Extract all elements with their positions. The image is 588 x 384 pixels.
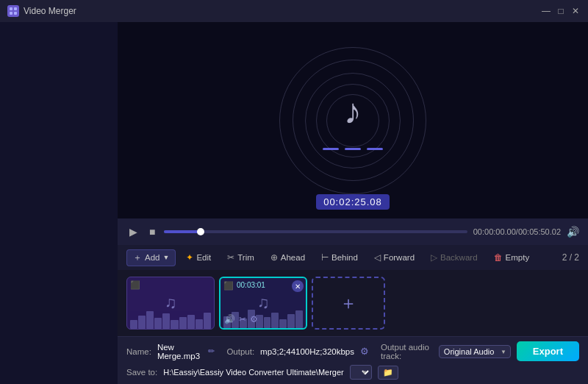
progress-bar[interactable] [164,230,467,233]
behind-label: Behind [331,253,358,262]
svg-rect-2 [10,12,12,15]
bottom-row-2: Save to: H:\Eassiy\Eassiy Video Converte… [126,365,579,380]
backward-button[interactable]: ▷ Backward [425,250,484,265]
folder-button[interactable]: 📁 [378,366,398,380]
ahead-button[interactable]: ⊕ Ahead [265,250,311,265]
progress-thumb [197,228,204,235]
close-button[interactable]: ✕ [570,6,581,16]
dash-1 [323,148,339,150]
left-sidebar [0,22,118,384]
backward-label: Backward [440,253,478,262]
clip-area: ⬛ ♫ ⬛ 00:03:01 ✕ [118,270,588,336]
time-overlay: 00:02:25.08 [316,194,390,210]
output-label: Output: [226,347,254,356]
backward-icon: ▷ [431,252,437,263]
svg-rect-3 [14,12,17,15]
volume-icon[interactable]: 🔊 [567,226,579,238]
app-icon [7,5,19,17]
film-icon-1: ⬛ [130,280,140,290]
bottom-row-1: Name: New Merge.mp3 ✏ Output: mp3;2;4410… [126,341,579,361]
title-bar: Video Merger — □ ✕ [0,0,588,22]
add-label: Add [145,253,159,262]
trash-icon: 🗑 [494,253,503,262]
empty-button[interactable]: 🗑 Empty [488,251,536,264]
video-section: ♪ 00:02:25.08 ▶ ■ 00:00:00.00/00:05:50.0… [118,22,588,384]
clip-item-2[interactable]: ⬛ 00:03:01 ✕ ♫ 🔊 ✂ ⚙ [219,277,307,330]
behind-icon: ⊢ [321,252,329,263]
clip-item-1[interactable]: ⬛ ♫ [126,277,215,330]
minimize-button[interactable]: — [541,6,551,16]
dash-2 [345,148,361,150]
progress-dashes [323,148,383,150]
trim-button[interactable]: ✂ Trim [221,250,260,265]
main-layout: ♪ 00:02:25.08 ▶ ■ 00:00:00.00/00:05:50.0… [0,22,588,384]
music-note-icon: ♪ [344,91,362,132]
trim-icon: ✂ [227,252,234,263]
ahead-label: Ahead [281,253,305,262]
dash-3 [367,148,383,150]
forward-label: Forward [384,253,415,262]
audio-track-label: Output audio track: [381,343,433,360]
add-clip-icon: ＋ [340,291,357,315]
audio-track-select[interactable]: Original Audio No Audio Custom Audio [439,345,511,358]
clip-close-button-2[interactable]: ✕ [292,280,304,292]
time-display: 00:00:00.00/00:05:50.02 [473,227,561,236]
add-clip-button[interactable]: ＋ [312,277,385,330]
behind-button[interactable]: ⊢ Behind [315,250,364,265]
toolbar: ＋ Add ▼ ✦ Edit ✂ Trim ⊕ Ahead ⊢ Behind ◁ [118,245,588,270]
path-select-wrapper [350,365,372,380]
play-button[interactable]: ▶ [126,224,140,239]
name-value: New Merge.mp3 [157,343,203,360]
trim-label: Trim [237,253,254,262]
save-path: H:\Eassiy\Eassiy Video Converter Ultimat… [163,368,344,377]
edit-icon: ✦ [186,252,193,263]
edit-label: Edit [196,253,211,262]
empty-label: Empty [506,253,530,262]
name-edit-icon[interactable]: ✏ [208,346,215,356]
forward-icon: ◁ [374,252,381,263]
app-title: Video Merger [24,6,541,16]
add-button[interactable]: ＋ Add ▼ [126,249,176,266]
bottom-bar: Name: New Merge.mp3 ✏ Output: mp3;2;4410… [118,336,588,384]
export-button[interactable]: Export [517,341,579,361]
svg-rect-1 [14,7,17,10]
progress-fill [164,230,200,233]
name-label: Name: [126,347,151,356]
svg-rect-0 [10,7,12,10]
output-settings-icon[interactable]: ⚙ [360,346,369,357]
output-value: mp3;2;44100Hz;320kbps [260,347,354,356]
transport-bar: ▶ ■ 00:00:00.00/00:05:50.02 🔊 [118,218,588,245]
waveform-2 [220,306,306,328]
maximize-button[interactable]: □ [556,6,566,16]
window-controls: — □ ✕ [541,6,581,16]
forward-button[interactable]: ◁ Forward [368,250,420,265]
ahead-icon: ⊕ [270,252,278,263]
film-icon-2: ⬛ [223,281,234,291]
add-dropdown-icon: ▼ [162,254,169,261]
music-visual: ♪ [272,40,434,202]
clip-duration-2: 00:03:01 [237,281,265,289]
edit-button[interactable]: ✦ Edit [180,250,217,265]
save-to-label: Save to: [126,368,157,377]
audio-track-select-wrapper: Original Audio No Audio Custom Audio [439,345,511,358]
stop-button[interactable]: ■ [146,224,158,239]
add-icon: ＋ [133,252,142,263]
clip-count: 2 / 2 [562,252,579,263]
path-select[interactable] [350,365,372,380]
video-player: ♪ 00:02:25.08 [118,22,588,218]
waveform-1 [127,307,214,329]
